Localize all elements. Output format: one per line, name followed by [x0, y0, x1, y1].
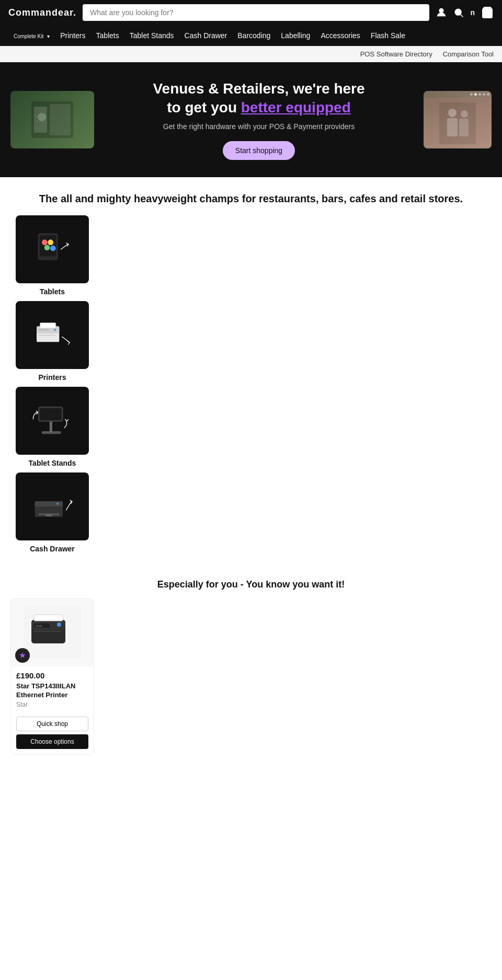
svg-line-2: [461, 15, 463, 17]
svg-point-22: [54, 329, 56, 331]
category-tablets-image: [16, 215, 89, 283]
category-printers-image: [16, 301, 89, 369]
category-cash-drawer-image: [16, 472, 89, 540]
pos-software-directory-link[interactable]: POS Software Directory: [360, 50, 432, 58]
category-cash-drawer-label: Cash Drawer: [30, 545, 75, 553]
cash-drawer-icon: [31, 486, 73, 527]
nav-item-barcoding[interactable]: Barcoding: [232, 25, 276, 46]
category-tablet-stands-label: Tablet Stands: [29, 459, 76, 467]
category-printers-label: Printers: [39, 373, 66, 382]
products-section: Especially for you - You know you want i…: [0, 569, 502, 770]
header-icons: n: [436, 6, 494, 19]
product-brand: Star: [16, 701, 88, 708]
staff-image-icon: [439, 102, 476, 144]
svg-point-7: [38, 113, 46, 121]
products-heading: Especially for you - You know you want i…: [0, 569, 502, 598]
product-printer-image: STAR: [24, 607, 81, 659]
svg-rect-37: [34, 615, 63, 621]
category-tablet-stands[interactable]: Tablet Stands: [10, 387, 94, 467]
category-tablets-label: Tablets: [40, 287, 65, 296]
svg-rect-30: [35, 501, 63, 506]
tablets-icon: [31, 228, 73, 270]
svg-point-38: [57, 622, 61, 627]
product-actions: Quick shop Choose options: [11, 717, 94, 754]
category-printers[interactable]: Printers: [10, 301, 94, 382]
main-nav: Complete Kit ▾ Printers Tablets Tablet S…: [0, 25, 502, 46]
category-tablets[interactable]: Tablets: [10, 215, 94, 296]
comparison-tool-link[interactable]: Comparison Tool: [443, 50, 494, 58]
search-icon[interactable]: [453, 7, 464, 18]
hero-headline: Venues & Retailers, we're here to get yo…: [99, 79, 418, 118]
product-card-image: STAR: [11, 599, 94, 667]
product-price: £190.00: [16, 671, 88, 680]
hero-section: Venues & Retailers, we're here to get yo…: [0, 62, 502, 177]
nav-item-cash-drawer[interactable]: Cash Drawer: [179, 25, 233, 46]
svg-rect-32: [45, 514, 52, 516]
logo: Commandear.: [8, 7, 76, 18]
printers-icon: [31, 314, 73, 356]
search-container: [83, 4, 429, 21]
svg-rect-12: [459, 119, 469, 136]
cart-icon[interactable]: [481, 6, 494, 19]
user-icon[interactable]: [436, 7, 447, 18]
nav-item-labelling[interactable]: Labelling: [276, 25, 315, 46]
nav-item-printers[interactable]: Printers: [55, 25, 90, 46]
svg-point-9: [448, 109, 457, 117]
nav-indicator: n: [470, 8, 475, 17]
svg-text:STAR: STAR: [36, 625, 42, 628]
category-cash-drawer[interactable]: Cash Drawer: [10, 472, 94, 553]
top-bar: Commandear. n: [0, 0, 502, 25]
nav-item-tablet-stands[interactable]: Tablet Stands: [124, 25, 179, 46]
product-card-star-printer: STAR £190.00 Star TSP143IIILAN Ethernet …: [10, 598, 94, 755]
nav-item-flash-sale[interactable]: Flash Sale: [366, 25, 410, 46]
svg-point-11: [461, 110, 468, 118]
choose-options-button[interactable]: Choose options: [16, 734, 88, 749]
svg-rect-10: [447, 118, 458, 136]
nav-item-tablets[interactable]: Tablets: [90, 25, 124, 46]
svg-point-17: [44, 245, 50, 250]
hero-content: Venues & Retailers, we're here to get yo…: [99, 79, 418, 160]
hero-cta-button[interactable]: Start shopping: [223, 141, 295, 160]
category-tablet-stands-image: [16, 387, 89, 455]
svg-point-33: [56, 503, 59, 505]
restaurant-image-icon: [31, 101, 73, 138]
search-input[interactable]: [83, 4, 429, 21]
product-card-body: £190.00 Star TSP143IIILAN Ethernet Print…: [11, 667, 94, 717]
svg-point-16: [48, 239, 53, 245]
svg-point-18: [50, 246, 56, 251]
svg-point-15: [42, 239, 48, 245]
svg-point-0: [440, 9, 443, 13]
svg-rect-28: [40, 408, 61, 420]
svg-point-1: [455, 9, 462, 15]
hero-image-right: [424, 91, 492, 148]
secondary-nav: POS Software Directory Comparison Tool: [0, 46, 502, 62]
tablet-stands-icon: [31, 400, 73, 442]
badge-icon: [19, 652, 26, 659]
hero-image-left: [10, 91, 94, 148]
nav-item-complete-kit[interactable]: Complete Kit ▾: [8, 25, 55, 46]
svg-rect-21: [40, 323, 56, 328]
categories-section: Tablets Printers: [0, 215, 502, 569]
nav-item-accessories[interactable]: Accessories: [315, 25, 365, 46]
product-name: Star TSP143IIILAN Ethernet Printer: [16, 682, 88, 700]
quick-shop-button[interactable]: Quick shop: [16, 717, 88, 731]
svg-rect-6: [50, 104, 71, 135]
svg-rect-23: [38, 329, 49, 331]
hero-subtitle: Get the right hardware with your POS & P…: [99, 122, 418, 131]
product-badge: [15, 648, 30, 663]
categories-heading: The all and mighty heavyweight champs fo…: [0, 177, 502, 215]
